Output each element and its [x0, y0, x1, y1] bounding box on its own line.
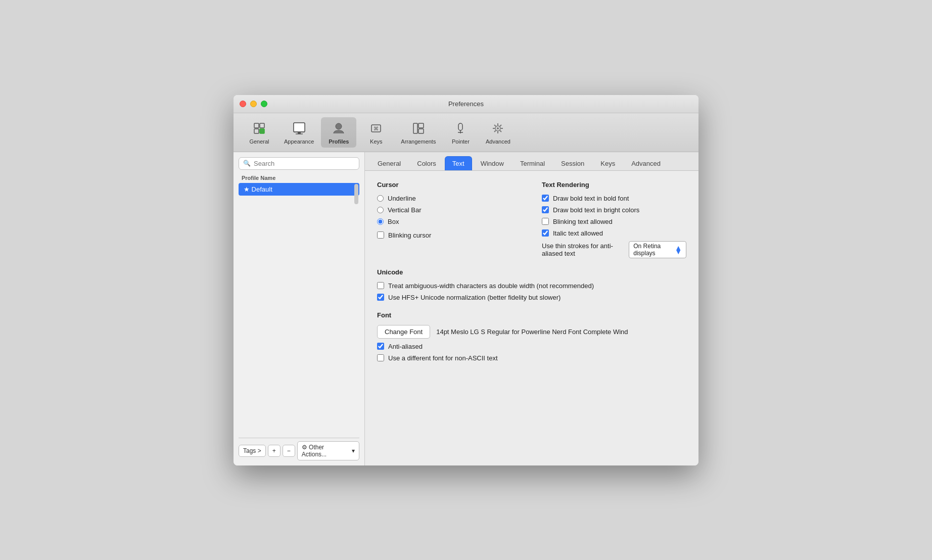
close-button[interactable]	[240, 101, 246, 107]
svg-line-25	[500, 130, 501, 132]
profile-list: Profile Name ★ Default	[239, 174, 359, 196]
anti-aliased-option[interactable]: Anti-aliased	[377, 343, 686, 350]
change-font-button[interactable]: Change Font	[377, 325, 430, 339]
appearance-icon	[291, 120, 307, 136]
svg-rect-0	[254, 123, 259, 128]
non-ascii-font-checkbox[interactable]	[377, 354, 384, 361]
cursor-underline-option[interactable]: Underline	[377, 195, 522, 202]
svg-rect-13	[418, 123, 424, 128]
cursor-verticalbar-radio[interactable]	[377, 207, 384, 213]
toolbar-item-pointer[interactable]: Pointer	[443, 117, 478, 148]
bold-bright-label: Draw bold text in bright colors	[553, 206, 639, 214]
svg-line-27	[494, 130, 496, 132]
cursor-box-radio[interactable]	[377, 218, 384, 225]
italic-text-checkbox[interactable]	[542, 229, 549, 237]
svg-rect-12	[413, 123, 417, 133]
tab-keys[interactable]: Keys	[593, 156, 623, 170]
hfs-unicode-checkbox[interactable]	[377, 294, 384, 301]
panel-content: Cursor Underline Vertical Bar	[365, 171, 698, 465]
toolbar-item-appearance[interactable]: Appearance	[279, 117, 319, 148]
toolbar-item-arrangements[interactable]: Arrangements	[396, 117, 441, 148]
toolbar-item-keys[interactable]: ⌘ Keys	[358, 117, 394, 148]
toolbar-item-general[interactable]: General	[242, 117, 277, 148]
title-bar: Preferences	[234, 95, 698, 113]
cursor-title: Cursor	[377, 181, 522, 189]
non-ascii-font-option[interactable]: Use a different font for non-ASCII text	[377, 354, 686, 362]
anti-aliased-checkbox[interactable]	[377, 343, 384, 350]
unicode-section: Unicode Treat ambiguous-width characters…	[377, 268, 686, 301]
search-input[interactable]	[254, 160, 355, 167]
svg-rect-2	[254, 129, 259, 133]
cursor-box-option[interactable]: Box	[377, 218, 522, 225]
main-panel: General Colors Text Window Terminal Sess…	[365, 152, 698, 465]
svg-rect-15	[458, 123, 462, 130]
thin-strokes-label: Use thin strokes for anti-aliased text	[542, 242, 625, 257]
sidebar-footer: Tags > + − ⚙ Other Actions... ▾	[239, 438, 359, 460]
unicode-options: Treat ambiguous-width characters as doub…	[377, 282, 686, 301]
italic-text-option[interactable]: Italic text allowed	[542, 229, 686, 237]
arrangements-icon	[410, 120, 427, 136]
tab-advanced[interactable]: Advanced	[624, 156, 668, 170]
tab-text[interactable]: Text	[445, 156, 472, 170]
bold-bright-checkbox[interactable]	[542, 206, 549, 213]
tab-session[interactable]: Session	[553, 156, 592, 170]
hfs-unicode-label: Use HFS+ Unicode normalization (better f…	[388, 294, 561, 301]
toolbar-item-advanced[interactable]: Advanced	[480, 117, 516, 148]
blinking-text-label: Blinking text allowed	[553, 218, 613, 225]
cursor-box-label: Box	[388, 218, 399, 225]
text-rendering-title: Text Rendering	[542, 181, 686, 189]
cursor-verticalbar-label: Vertical Bar	[388, 206, 421, 214]
remove-profile-button[interactable]: −	[283, 445, 295, 457]
tab-terminal[interactable]: Terminal	[512, 156, 552, 170]
toolbar: General Appearance Profiles	[234, 113, 698, 152]
profile-list-header: Profile Name	[239, 174, 359, 183]
svg-text:⌘: ⌘	[374, 126, 379, 131]
other-actions-button[interactable]: ⚙ Other Actions... ▾	[297, 441, 359, 460]
advanced-label: Advanced	[486, 138, 510, 145]
blinking-text-checkbox[interactable]	[542, 218, 549, 225]
bold-bright-option[interactable]: Draw bold text in bright colors	[542, 206, 686, 214]
ambiguous-width-checkbox[interactable]	[377, 282, 384, 289]
keys-icon: ⌘	[368, 120, 384, 136]
thin-strokes-select[interactable]: On Retina displays ▲ ▼	[629, 241, 686, 258]
ambiguous-width-option[interactable]: Treat ambiguous-width characters as doub…	[377, 282, 686, 290]
scroll-indicator	[354, 184, 358, 204]
tab-colors[interactable]: Colors	[409, 156, 444, 170]
blinking-cursor-option[interactable]: Blinking cursor	[377, 231, 522, 239]
thin-strokes-row: Use thin strokes for anti-aliased text O…	[542, 241, 686, 258]
unicode-title: Unicode	[377, 268, 686, 276]
arrangements-label: Arrangements	[401, 138, 436, 145]
select-arrows-icon: ▲ ▼	[673, 246, 684, 254]
general-label: General	[249, 138, 269, 145]
maximize-button[interactable]	[261, 101, 267, 107]
cursor-underline-radio[interactable]	[377, 195, 384, 202]
blinking-text-option[interactable]: Blinking text allowed	[542, 218, 686, 225]
tab-general[interactable]: General	[370, 156, 408, 170]
other-actions-label: ⚙ Other Actions...	[302, 444, 350, 458]
tags-button[interactable]: Tags >	[239, 445, 266, 457]
hfs-unicode-option[interactable]: Use HFS+ Unicode normalization (better f…	[377, 294, 686, 301]
traffic-lights	[240, 101, 267, 107]
add-profile-button[interactable]: +	[268, 445, 281, 457]
profiles-label: Profiles	[329, 138, 349, 145]
search-box[interactable]: 🔍	[239, 157, 359, 170]
profile-item-default[interactable]: ★ Default	[239, 183, 359, 196]
tabs: General Colors Text Window Terminal Sess…	[365, 152, 698, 171]
minimize-button[interactable]	[250, 101, 257, 107]
cursor-underline-label: Underline	[388, 195, 416, 202]
blinking-cursor-checkbox[interactable]	[377, 231, 384, 239]
cursor-verticalbar-option[interactable]: Vertical Bar	[377, 206, 522, 214]
other-actions-arrow: ▾	[352, 447, 355, 454]
blinking-cursor-label: Blinking cursor	[388, 231, 431, 239]
preferences-window: Preferences General	[234, 95, 698, 465]
cursor-section: Cursor Underline Vertical Bar	[377, 181, 522, 258]
bold-font-checkbox[interactable]	[542, 195, 549, 202]
toolbar-item-profiles[interactable]: Profiles	[321, 117, 356, 148]
bold-font-option[interactable]: Draw bold text in bold font	[542, 195, 686, 202]
svg-line-26	[500, 125, 501, 126]
italic-text-label: Italic text allowed	[553, 229, 603, 237]
cursor-radio-group: Underline Vertical Bar Box	[377, 195, 522, 225]
svg-point-9	[336, 123, 342, 129]
sidebar: 🔍 Profile Name ★ Default Tags > + − ⚙ Ot…	[234, 152, 365, 465]
tab-window[interactable]: Window	[473, 156, 511, 170]
